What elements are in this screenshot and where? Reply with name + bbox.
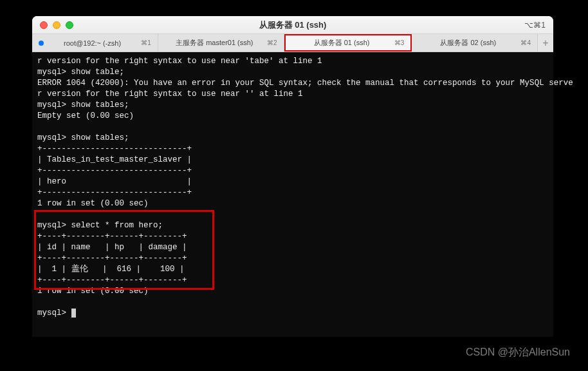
tab-label: 从服务器 02 (ssh) bbox=[418, 38, 518, 48]
titlebar: 从服务器 01 (ssh) ⌥⌘1 bbox=[32, 16, 553, 34]
window-shortcut-hint: ⌥⌘1 bbox=[524, 21, 546, 30]
tab-label: root@192:~ (-zsh) bbox=[46, 39, 138, 47]
cursor-icon bbox=[71, 309, 76, 318]
window-title: 从服务器 01 (ssh) bbox=[259, 19, 327, 31]
close-icon[interactable] bbox=[40, 21, 48, 29]
tab-label: 主服务器 master01 (ssh) bbox=[165, 38, 264, 48]
tab-shortcut: ⌘2 bbox=[267, 39, 277, 46]
add-tab-button[interactable]: + bbox=[538, 34, 553, 52]
tab-shortcut: ⌘4 bbox=[520, 39, 531, 46]
watermark: CSDN @孙治AllenSun bbox=[466, 346, 570, 359]
tab-root-zsh[interactable]: root@192:~ (-zsh) ⌘1 bbox=[32, 34, 158, 52]
tab-bar: root@192:~ (-zsh) ⌘1 主服务器 master01 (ssh)… bbox=[32, 34, 553, 52]
tab-shortcut: ⌘3 bbox=[394, 39, 405, 46]
maximize-icon[interactable] bbox=[66, 21, 73, 29]
tab-label: 从服务器 01 (ssh) bbox=[292, 38, 392, 48]
tab-slave01[interactable]: 从服务器 01 (ssh) ⌘3 bbox=[284, 34, 412, 52]
minimize-icon[interactable] bbox=[53, 21, 60, 29]
tab-slave02[interactable]: 从服务器 02 (ssh) ⌘4 bbox=[412, 34, 538, 52]
status-dot-icon bbox=[39, 41, 44, 46]
terminal-text: r version for the right syntax to use ne… bbox=[37, 57, 573, 318]
terminal-window: 从服务器 01 (ssh) ⌥⌘1 root@192:~ (-zsh) ⌘1 主… bbox=[32, 16, 553, 337]
tab-shortcut: ⌘1 bbox=[141, 39, 151, 46]
terminal-output[interactable]: r version for the right syntax to use ne… bbox=[32, 52, 553, 337]
tab-master01[interactable]: 主服务器 master01 (ssh) ⌘2 bbox=[158, 34, 284, 52]
window-controls bbox=[40, 21, 73, 29]
